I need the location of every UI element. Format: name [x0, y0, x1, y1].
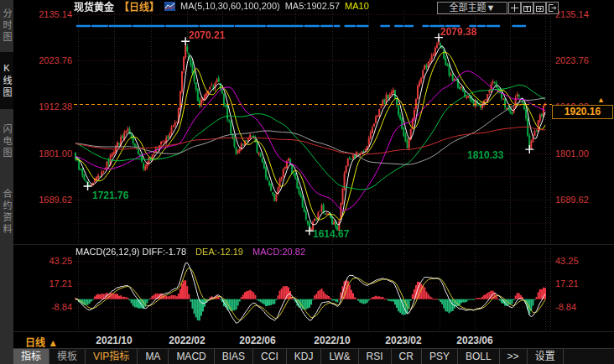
bottom-tab-5[interactable]: BIAS: [215, 349, 253, 364]
macd-tick-right-2: -8.84: [555, 302, 576, 312]
extreme-annotation-2070.21: 2070.21: [189, 29, 225, 41]
price-tick-left-0: 2135.14: [17, 9, 72, 19]
bottom-tab-7[interactable]: KDJ: [287, 349, 322, 364]
price-tick-left-4: 1689.62: [17, 195, 72, 205]
ma-settings-label: MA(5,10,30,60,100,200): [180, 1, 280, 11]
price-tick-left-1: 2023.76: [17, 55, 72, 65]
xaxis-label-2: 2022/06: [239, 335, 275, 346]
xaxis-label-3: 2022/10: [314, 335, 350, 346]
axis-divider: [13, 331, 614, 332]
pane-up-icon[interactable]: [521, 2, 533, 14]
ma10-label: MA10: [345, 1, 369, 11]
bottom-tab-14[interactable]: 设置: [528, 349, 564, 364]
sidebar-item-2[interactable]: 闪电图: [0, 112, 13, 171]
bottom-tab-12[interactable]: BOLL: [458, 349, 500, 364]
price-up-arrow: ▲: [597, 96, 605, 104]
bottom-tab-1[interactable]: 模板: [49, 349, 86, 364]
app-window: 分时图K线图闪电图合约资料 现货黄金 【日线】 MA(5,10,30,60,10…: [0, 0, 614, 364]
extreme-annotation-1614.67: 1614.67: [313, 228, 349, 240]
period-title: 【日线】: [119, 0, 159, 13]
macd-tick-right-1: 17.21: [555, 278, 579, 289]
kline-chart-canvas[interactable]: [74, 11, 552, 243]
price-tick-right-1: 2023.76: [555, 55, 589, 65]
price-tick-left-3: 1801.00: [17, 148, 72, 159]
sidebar-item-3[interactable]: 合约资料: [0, 174, 13, 250]
pane-right-icon[interactable]: [533, 2, 546, 14]
period-selector[interactable]: 日线 ▲: [25, 335, 58, 349]
macd-header: MACD(26,12,9) DIFF:-1.78 DEA:-12.19 MACD…: [75, 247, 305, 257]
macd-tick-right-0: 43.25: [555, 256, 579, 266]
panel-divider: [13, 244, 614, 245]
price-tick-right-4: 1689.62: [555, 195, 589, 205]
price-tick-right-3: 1801.00: [555, 148, 589, 159]
macd-dea-label: DEA:-12.19: [195, 247, 243, 257]
sidebar-item-1[interactable]: K线图: [0, 52, 13, 109]
bottom-tab-9[interactable]: RSI: [359, 349, 392, 364]
bottom-tab-3[interactable]: MA: [138, 349, 169, 364]
extreme-annotation-2079.38: 2079.38: [440, 26, 476, 38]
ma5-value-label: MA5:1902.57: [285, 1, 340, 11]
macd-diff-label: MACD(26,12,9) DIFF:-1.78: [75, 247, 186, 257]
bottom-tab-2[interactable]: VIP指标: [86, 349, 138, 364]
price-tick-left-2: 1912.38: [17, 101, 72, 112]
bottom-tab-0[interactable]: 指标: [13, 349, 49, 364]
macd-tick-left-1: 17.21: [17, 278, 72, 289]
macd-tick-left-2: -8.84: [17, 302, 72, 312]
bottom-tab-11[interactable]: PSY: [422, 349, 458, 364]
bottom-tab-6[interactable]: CCI: [253, 349, 287, 364]
indicator-tabbar: 指标模板VIP指标MAMACDBIASCCIKDJLW&RSICRPSYBOLL…: [13, 348, 614, 364]
xaxis-label-5: 2023/06: [456, 335, 492, 346]
bottom-tab-4[interactable]: MACD: [169, 349, 214, 364]
extreme-annotation-1721.76: 1721.76: [92, 190, 128, 201]
exit-icon[interactable]: [546, 2, 559, 14]
crosshair-icon[interactable]: [508, 2, 521, 14]
xaxis-label-1: 2022/02: [169, 335, 205, 346]
bottom-tab-13[interactable]: >>: [500, 349, 528, 364]
price-tick-right-0: 2135.14: [555, 9, 589, 19]
symbol-title: 现货黄金: [74, 0, 114, 13]
bottom-tab-8[interactable]: LW&: [321, 349, 358, 364]
left-sidebar: 分时图K线图闪电图合约资料: [0, 0, 13, 364]
macd-tick-left-0: 43.25: [17, 256, 72, 266]
macd-panel-canvas[interactable]: [74, 248, 552, 331]
chart-icon: [164, 2, 175, 11]
xaxis-label-0: 2021/10: [96, 335, 132, 346]
sidebar-item-0[interactable]: 分时图: [0, 3, 13, 49]
extreme-annotation-1810.33: 1810.33: [467, 149, 503, 161]
xaxis-label-4: 2023/02: [385, 335, 421, 346]
current-price-tag: 1920.16: [552, 105, 613, 119]
theme-dropdown[interactable]: 全部主题▼: [437, 2, 507, 14]
chart-header: 现货黄金 【日线】 MA(5,10,30,60,100,200) MA5:190…: [74, 0, 369, 12]
bottom-tab-10[interactable]: CR: [392, 349, 422, 364]
macd-value-label: MACD:20.82: [252, 247, 305, 257]
